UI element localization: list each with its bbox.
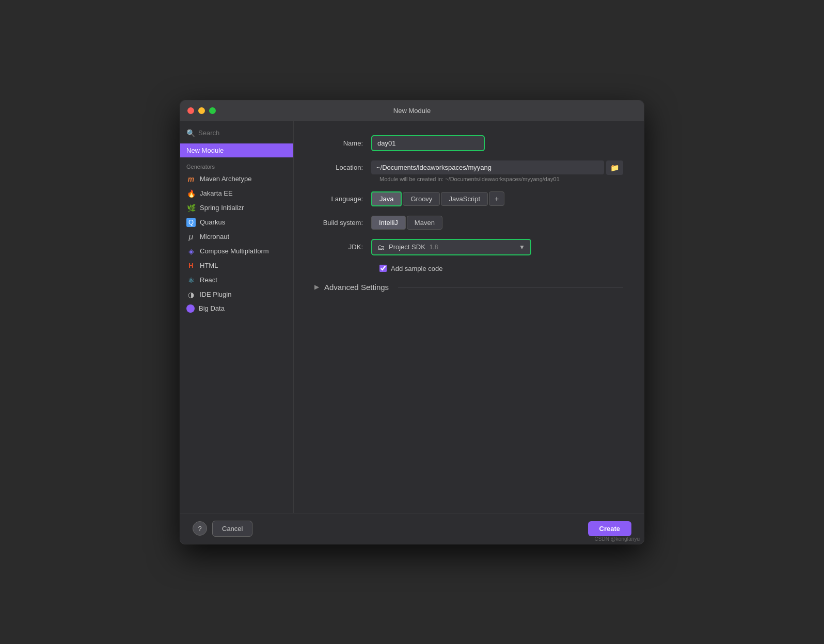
cancel-button[interactable]: Cancel bbox=[212, 521, 252, 537]
sidebar-item-label-micronaut: Micronaut bbox=[200, 233, 229, 240]
sidebar-item-new-module[interactable]: New Module bbox=[180, 143, 293, 157]
location-row-inner: 📁 bbox=[371, 160, 623, 175]
search-icon: 🔍 bbox=[186, 129, 195, 137]
jdk-folder-icon: 🗂 bbox=[377, 243, 385, 251]
language-label: Language: bbox=[314, 195, 371, 203]
dialog-footer-wrapper: ? Cancel Create CSDN @kongfanyu bbox=[180, 513, 644, 544]
advanced-settings-row[interactable]: ▶ Advanced Settings bbox=[314, 283, 623, 292]
sidebar-item-micronaut[interactable]: μ Micronaut bbox=[180, 230, 293, 244]
create-button[interactable]: Create bbox=[588, 521, 631, 536]
language-groovy-button[interactable]: Groovy bbox=[403, 192, 440, 206]
help-button[interactable]: ? bbox=[193, 521, 207, 536]
jdk-version: 1.8 bbox=[430, 244, 438, 251]
sidebar-item-maven[interactable]: m Maven Archetype bbox=[180, 172, 293, 186]
sidebar-item-label-quarkus: Quarkus bbox=[200, 218, 225, 226]
titlebar: New Module bbox=[180, 101, 644, 121]
add-sample-code-label[interactable]: Add sample code bbox=[391, 265, 442, 272]
dialog-body: 🔍 New Module Generators m Maven Archetyp… bbox=[180, 121, 644, 513]
sidebar-item-spring[interactable]: 🌿 Spring Initializr bbox=[180, 201, 293, 215]
location-row: Location: 📁 Module will be created in: ~… bbox=[314, 160, 623, 182]
sidebar-item-label-jakarta: Jakarta EE bbox=[200, 189, 233, 197]
sidebar-item-label-spring: Spring Initializr bbox=[200, 204, 244, 212]
quarkus-icon: Q bbox=[186, 218, 196, 227]
dialog-footer: ? Cancel Create bbox=[180, 513, 644, 544]
language-javascript-button[interactable]: JavaScript bbox=[441, 192, 488, 206]
sidebar-section-generators: Generators bbox=[180, 157, 293, 172]
location-label: Location: bbox=[314, 164, 371, 171]
advanced-settings-chevron: ▶ bbox=[314, 283, 319, 291]
sidebar-item-label-maven: Maven Archetype bbox=[200, 175, 251, 183]
bigdata-icon bbox=[186, 304, 195, 313]
sidebar-item-jakarta[interactable]: 🔥 Jakarta EE bbox=[180, 186, 293, 201]
name-label: Name: bbox=[314, 139, 371, 147]
html-icon: H bbox=[186, 261, 196, 270]
sidebar-item-label-react: React bbox=[200, 276, 217, 284]
build-system-row: Build system: IntelliJ Maven bbox=[314, 216, 623, 230]
sidebar: 🔍 New Module Generators m Maven Archetyp… bbox=[180, 121, 294, 513]
jdk-chevron-icon: ▼ bbox=[519, 244, 525, 251]
location-input[interactable] bbox=[371, 160, 604, 174]
build-intellij-button[interactable]: IntelliJ bbox=[371, 216, 406, 230]
watermark: CSDN @kongfanyu bbox=[595, 536, 640, 542]
jdk-select[interactable]: 🗂 Project SDK 1.8 ▼ bbox=[371, 239, 531, 255]
fullscreen-button[interactable] bbox=[209, 107, 216, 114]
main-content: Name: Location: 📁 Module will be created… bbox=[294, 121, 644, 513]
language-options: Java Groovy JavaScript + bbox=[371, 191, 504, 206]
compose-icon: ◈ bbox=[186, 247, 196, 256]
sidebar-item-react[interactable]: ⚛ React bbox=[180, 273, 293, 287]
sidebar-item-label-html: HTML bbox=[200, 262, 218, 269]
traffic-lights bbox=[187, 107, 216, 114]
jakarta-icon: 🔥 bbox=[186, 189, 196, 198]
new-module-dialog: New Module 🔍 New Module Generators m Mav… bbox=[180, 100, 644, 544]
jdk-label: JDK: bbox=[314, 243, 371, 251]
sidebar-item-label-compose: Compose Multiplatform bbox=[200, 247, 269, 255]
advanced-settings-label: Advanced Settings bbox=[324, 283, 389, 292]
sidebar-search-input[interactable] bbox=[198, 129, 287, 137]
sidebar-search-container: 🔍 bbox=[180, 125, 293, 143]
sidebar-item-compose[interactable]: ◈ Compose Multiplatform bbox=[180, 244, 293, 259]
maven-icon: m bbox=[186, 174, 196, 184]
language-java-button[interactable]: Java bbox=[371, 191, 402, 206]
react-icon: ⚛ bbox=[186, 276, 196, 285]
build-system-options: IntelliJ Maven bbox=[371, 216, 442, 230]
spring-icon: 🌿 bbox=[186, 203, 196, 213]
window-title: New Module bbox=[393, 107, 431, 115]
footer-right: Create bbox=[588, 521, 631, 536]
name-input[interactable] bbox=[371, 135, 485, 151]
minimize-button[interactable] bbox=[198, 107, 205, 114]
name-row: Name: bbox=[314, 135, 623, 151]
folder-browse-button[interactable]: 📁 bbox=[606, 160, 623, 175]
jdk-value: Project SDK bbox=[389, 243, 425, 251]
advanced-settings-divider bbox=[398, 287, 623, 287]
sidebar-item-bigdata[interactable]: Big Data bbox=[180, 302, 293, 315]
footer-left: ? Cancel bbox=[193, 521, 252, 537]
ide-icon: ◑ bbox=[186, 290, 196, 299]
language-add-button[interactable]: + bbox=[489, 191, 504, 206]
sidebar-item-label-ide: IDE Plugin bbox=[200, 291, 231, 298]
sidebar-item-html[interactable]: H HTML bbox=[180, 259, 293, 273]
micronaut-icon: μ bbox=[186, 232, 196, 242]
close-button[interactable] bbox=[187, 107, 194, 114]
add-sample-code-checkbox[interactable] bbox=[379, 265, 387, 272]
jdk-select-inner: 🗂 Project SDK 1.8 bbox=[377, 243, 438, 251]
build-system-label: Build system: bbox=[314, 219, 371, 227]
language-row: Language: Java Groovy JavaScript + bbox=[314, 191, 623, 206]
jdk-row: JDK: 🗂 Project SDK 1.8 ▼ bbox=[314, 239, 623, 255]
location-hint: Module will be created in: ~/Documents/i… bbox=[314, 176, 560, 182]
add-sample-code-row: Add sample code bbox=[314, 265, 623, 272]
sidebar-item-ide[interactable]: ◑ IDE Plugin bbox=[180, 287, 293, 302]
sidebar-item-quarkus[interactable]: Q Quarkus bbox=[180, 215, 293, 230]
sidebar-item-label-bigdata: Big Data bbox=[199, 304, 225, 312]
build-maven-button[interactable]: Maven bbox=[407, 216, 442, 230]
